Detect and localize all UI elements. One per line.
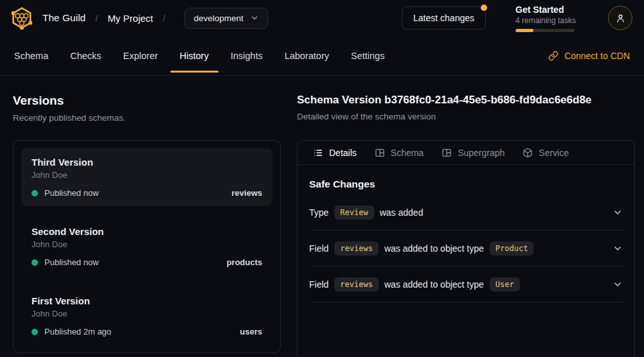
detail-tab[interactable]: Service [523,148,569,158]
person-icon [615,13,626,24]
change-badge-primary: Review [334,205,373,220]
version-author: John Doe [31,170,262,180]
versions-title: Versions [13,94,281,108]
latest-changes-label: Latest changes [413,13,474,23]
nav-tab-label: Insights [231,51,263,61]
change-badge-secondary: User [490,277,520,292]
get-started-progress-bar [515,29,575,32]
get-started-widget[interactable]: Get Started 4 remaining tasks [515,4,575,32]
published-status-dot [31,190,38,196]
nav-tab-label: Settings [351,51,384,61]
version-published-status: Published 2m ago [44,327,111,336]
change-badge-secondary: Product [490,241,534,256]
nav-tab-label: Checks [70,51,101,61]
version-list-item[interactable]: First Version John Doe Published 2m ago … [21,287,273,345]
schema-change-row[interactable]: Field reviews was added to object type P… [309,231,623,266]
breadcrumb-separator: / [95,13,98,24]
nav-tab[interactable]: Laboratory [285,36,329,75]
versions-column: Versions Recently published schemas. Thi… [13,94,281,357]
cube-icon [523,148,533,158]
change-description: was added [380,207,424,218]
target-selector-value: development [193,13,243,23]
version-service-name: reviews [231,188,262,198]
version-list-item[interactable]: Second Version John Doe Published now pr… [21,218,273,275]
latest-changes-button[interactable]: Latest changes [402,6,486,30]
nav-tab-label: Schema [14,51,48,61]
change-badge-primary: reviews [334,241,379,256]
detail-tab[interactable]: Supergraph [442,148,505,158]
nav-tab-label: History [180,51,209,61]
list-icon [313,148,323,158]
change-prefix: Field [309,243,328,254]
notification-dot [481,4,487,11]
safe-changes-title: Safe Changes [309,178,623,190]
chevron-down-icon[interactable] [613,207,623,218]
version-published-status: Published now [44,188,99,198]
chevron-down-icon [250,13,259,22]
version-service-name: users [240,327,262,336]
nav-tabs: Schema Checks Explorer History Insights … [14,36,384,75]
target-selector-dropdown[interactable]: development [184,8,267,29]
version-title: First Version [31,295,262,306]
version-service-name: products [226,257,262,267]
columns-icon [442,148,452,158]
published-status-dot [31,329,38,335]
nav-tab[interactable]: Explorer [123,36,158,75]
versions-list: Third Version John Doe Published now rev… [13,140,281,353]
change-prefix: Type [309,207,328,218]
nav-tab[interactable]: Checks [70,36,101,75]
nav-tab[interactable]: Settings [351,36,384,75]
change-description: was added to object type [384,279,484,290]
app-header: The Guild / My Project / development Lat… [0,0,644,36]
schema-change-row[interactable]: Type Review was added [309,195,623,231]
nav-tab-label: Laboratory [285,51,329,61]
nav-tab[interactable]: Schema [14,36,48,75]
version-list-item[interactable]: Third Version John Doe Published now rev… [21,148,273,206]
version-author: John Doe [31,239,262,249]
get-started-title: Get Started [515,4,575,15]
schema-version-subtitle: Detailed view of the schema version [297,112,635,121]
breadcrumb-project[interactable]: My Project [107,13,153,24]
change-description: was added to object type [384,243,484,254]
schema-change-row[interactable]: Field reviews was added to object type U… [309,266,623,302]
detail-tab-label: Schema [391,148,424,158]
connect-to-cdn-label: Connect to CDN [564,51,630,61]
breadcrumb-separator: / [163,13,165,24]
columns-icon [375,148,385,158]
user-avatar-button[interactable] [608,6,632,30]
nav-tab[interactable]: Insights [231,36,263,75]
chevron-down-icon[interactable] [613,243,623,254]
nav-tab[interactable]: History [180,36,209,75]
guild-logo-icon[interactable] [10,6,33,30]
main-navigation: Schema Checks Explorer History Insights … [0,36,644,76]
main-content: Versions Recently published schemas. Thi… [0,76,644,357]
schema-version-detail-panel: Details Schema Supergraph Service Safe C… [297,140,635,357]
versions-subtitle: Recently published schemas. [13,113,281,123]
version-author: John Doe [31,309,262,318]
connect-to-cdn-link[interactable]: Connect to CDN [548,36,630,75]
detail-tab-label: Supergraph [458,148,505,158]
change-prefix: Field [309,279,328,290]
chevron-down-icon[interactable] [613,279,623,290]
detail-tab-label: Details [329,148,357,158]
change-badge-primary: reviews [334,277,379,292]
version-title: Third Version [31,157,262,168]
detail-tabs: Details Schema Supergraph Service [298,141,634,165]
published-status-dot [31,259,38,266]
detail-tab[interactable]: Schema [375,148,424,158]
breadcrumb-org[interactable]: The Guild [42,12,85,24]
detail-tab-label: Service [539,148,569,158]
get-started-progress-fill [515,29,533,32]
detail-tab[interactable]: Details [313,148,357,158]
version-published-status: Published now [44,257,99,267]
version-title: Second Version [31,226,262,237]
get-started-subtitle: 4 remaining tasks [515,16,575,25]
schema-version-title: Schema Version b3768fc0-21a4-45e5-b686-f… [297,94,635,107]
nav-tab-label: Explorer [123,51,158,61]
changes-list: Type Review was added Field reviews was … [309,195,623,302]
link-icon [548,51,559,61]
schema-version-column: Schema Version b3768fc0-21a4-45e5-b686-f… [297,94,635,357]
